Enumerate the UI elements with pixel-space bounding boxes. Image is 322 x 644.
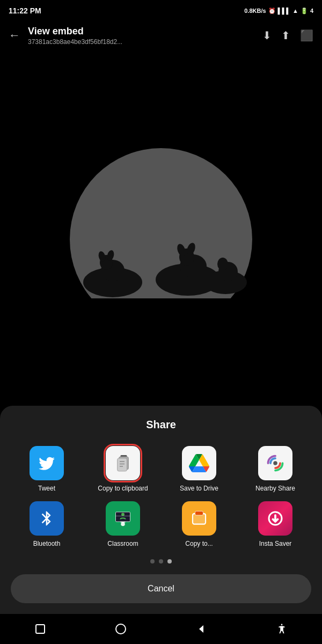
nav-square-button[interactable] (31, 619, 50, 639)
nav-back-button[interactable] (192, 619, 211, 639)
cancel-button[interactable]: Cancel (11, 574, 311, 603)
back-button[interactable]: ← (9, 28, 20, 42)
svg-point-23 (121, 522, 125, 526)
page-subtitle: 37381ac3b8ae4be3df56bf18d2... (28, 38, 262, 46)
title-block: View embed 37381ac3b8ae4be3df56bf18d2... (28, 26, 262, 46)
svg-point-33 (281, 624, 283, 625)
app-save-drive[interactable]: Save to Drive (163, 446, 235, 493)
app-nearby-share[interactable]: Nearby Share (239, 446, 311, 493)
app-copy-clipboard[interactable]: Copy to clipboard (87, 446, 159, 493)
dot-2 (159, 559, 163, 564)
clock-icon: ⏰ (268, 8, 276, 14)
save-drive-icon (182, 446, 216, 480)
copy-clipboard-icon (106, 446, 140, 480)
svg-point-31 (116, 624, 126, 634)
svg-point-25 (121, 513, 125, 516)
signal-icon: ▌▌▌ (278, 8, 290, 14)
tweet-label: Tweet (38, 485, 55, 493)
share-title: Share (11, 419, 311, 431)
classroom-label: Classroom (107, 540, 138, 548)
share-sheet: Share Tweet Copy (0, 406, 322, 614)
save-drive-label: Save to Drive (180, 485, 218, 493)
copy-clipboard-label: Copy to clipboard (98, 485, 148, 493)
bluetooth-icon (30, 501, 64, 536)
copy-to-icon (182, 501, 216, 536)
battery-icon: 🔋 (301, 8, 308, 14)
app-classroom[interactable]: Classroom (87, 501, 159, 548)
top-bar: ← View embed 37381ac3b8ae4be3df56bf18d2.… (0, 19, 322, 52)
svg-rect-24 (121, 522, 126, 523)
image-area (0, 52, 322, 298)
status-bar: 11:22 PM 0.8KB/s ⏰ ▌▌▌ ▲ 🔋 4 (0, 0, 322, 19)
share-icon[interactable]: ⬆ (281, 29, 290, 42)
svg-rect-15 (118, 458, 127, 471)
download-icon[interactable]: ⬇ (262, 29, 272, 42)
nav-accessibility-button[interactable] (272, 619, 291, 639)
wifi-icon: ▲ (292, 8, 298, 14)
external-icon[interactable]: ⬛ (300, 29, 313, 42)
pagination-dots (11, 559, 311, 564)
svg-rect-28 (195, 511, 203, 516)
classroom-icon (106, 501, 140, 536)
bluetooth-label: Bluetooth (33, 540, 61, 548)
svg-rect-30 (36, 625, 45, 633)
nearby-share-icon (258, 446, 292, 480)
status-icons: 0.8KB/s ⏰ ▌▌▌ ▲ 🔋 4 (244, 8, 313, 14)
svg-point-12 (217, 258, 228, 270)
app-tweet[interactable]: Tweet (11, 446, 83, 493)
insta-saver-icon (258, 501, 292, 536)
svg-marker-32 (199, 625, 203, 633)
top-bar-actions: ⬇ ⬆ ⬛ (262, 29, 313, 42)
nav-bar (0, 614, 322, 644)
dot-3 (167, 559, 172, 564)
svg-point-19 (273, 461, 277, 465)
insta-saver-label: Insta Saver (259, 540, 292, 548)
battery-level: 4 (310, 8, 313, 14)
app-bluetooth[interactable]: Bluetooth (11, 501, 83, 548)
copy-to-label: Copy to... (185, 540, 213, 548)
app-insta-saver[interactable]: Insta Saver (239, 501, 311, 548)
app-copy-to[interactable]: Copy to... (163, 501, 235, 548)
status-time: 11:22 PM (9, 6, 41, 15)
dot-1 (150, 559, 155, 564)
silhouette-image (70, 213, 252, 298)
nearby-share-label: Nearby Share (255, 485, 295, 493)
apps-grid: Tweet Copy to clipboard (11, 446, 311, 548)
network-speed: 0.8KB/s (244, 8, 266, 14)
page-title: View embed (28, 26, 262, 37)
nav-home-button[interactable] (111, 619, 130, 639)
tweet-icon (30, 446, 64, 480)
